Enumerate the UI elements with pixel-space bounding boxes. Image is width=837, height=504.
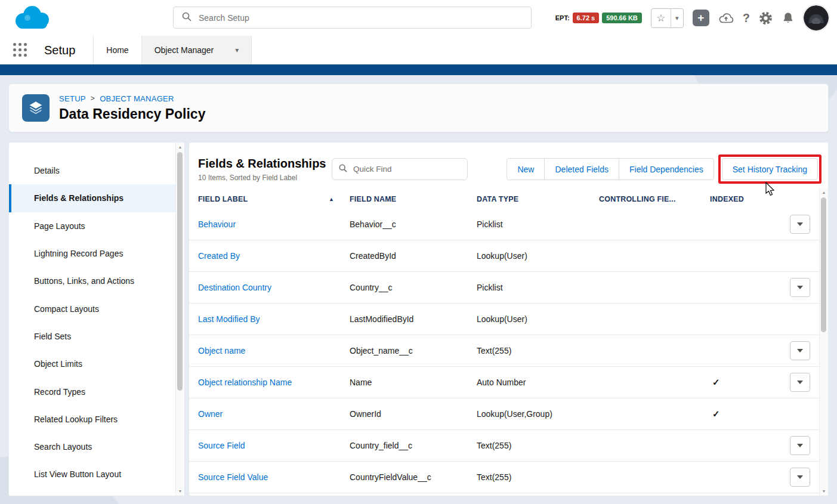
sidebar-item-label: Lightning Record Pages: [34, 249, 123, 258]
fields-table-body: Behaviour Behavior__c Picklist ✓: [189, 209, 828, 493]
column-header[interactable]: INDEXED ▲: [710, 195, 787, 203]
table-row: Behaviour Behavior__c Picklist ✓: [189, 209, 828, 240]
row-actions-menu-button[interactable]: [790, 278, 810, 297]
sidebar-item[interactable]: List View Button Layout: [9, 460, 184, 488]
column-header[interactable]: CONTROLLING FIE... ▲: [599, 195, 710, 203]
table-row: Source Field Value CountryFieldValue__c …: [189, 462, 828, 493]
caret-down-icon: [797, 286, 803, 289]
field-label-link[interactable]: Source Field Value: [198, 472, 268, 482]
action-button[interactable]: Deleted Fields: [544, 158, 619, 180]
main-scrollbar[interactable]: ▲ ▼: [819, 188, 828, 496]
column-header[interactable]: FIELD NAME ▲: [350, 195, 477, 203]
field-label-link[interactable]: Destination Country: [198, 283, 271, 292]
cloud-upload-icon[interactable]: [718, 11, 734, 24]
data-type-cell: Text(255): [477, 441, 599, 450]
scrollbar-thumb[interactable]: [177, 152, 183, 391]
nav-tab-label: Object Manager: [155, 45, 214, 55]
bell-icon[interactable]: [782, 11, 795, 24]
performance-indicator: EPT: 6.72 s 590.66 KB: [555, 13, 642, 23]
field-label-link[interactable]: Behaviour: [198, 219, 236, 229]
sidebar-item[interactable]: Object Limits: [9, 350, 184, 378]
sidebar-item[interactable]: Related Lookup Filters: [9, 406, 184, 433]
plus-icon[interactable]: +: [693, 10, 709, 26]
user-avatar[interactable]: [804, 5, 829, 30]
caret-down-icon: [797, 222, 803, 226]
field-name-cell: Country_field__c: [350, 441, 477, 450]
row-actions-menu-button[interactable]: [790, 468, 810, 487]
sidebar-item[interactable]: Field Sets: [9, 323, 184, 350]
sidebar-nav-list: Details Fields & Relationships Page Layo…: [9, 157, 184, 488]
sidebar-item[interactable]: Search Layouts: [9, 433, 184, 460]
sidebar-item[interactable]: Compact Layouts: [9, 295, 184, 322]
scrollbar-thumb[interactable]: [821, 197, 826, 332]
list-title: Fields & Relationships: [198, 157, 332, 171]
star-icon[interactable]: ☆: [651, 9, 671, 27]
setup-search-input[interactable]: [197, 13, 531, 23]
sidebar-item[interactable]: Page Layouts: [9, 212, 184, 240]
gear-icon[interactable]: [759, 11, 773, 25]
annotation-highlight-box: Deleted Fields: [544, 158, 619, 180]
quick-find-box: [332, 158, 468, 180]
column-label: FIELD NAME: [350, 195, 396, 203]
row-actions-menu-button[interactable]: [790, 373, 810, 392]
row-actions-menu-button[interactable]: [790, 436, 810, 455]
help-icon[interactable]: ?: [743, 11, 750, 25]
field-name-cell: OwnerId: [350, 409, 477, 419]
chevron-down-icon[interactable]: ▾: [235, 46, 239, 54]
favorites-caret-down-icon[interactable]: ▾: [671, 9, 683, 27]
scroll-up-arrow-icon[interactable]: ▲: [822, 190, 826, 195]
field-label-link[interactable]: Owner: [198, 409, 223, 419]
global-header: EPT: 6.72 s 590.66 KB ☆ ▾ + ?: [0, 0, 837, 36]
row-actions-menu-button[interactable]: [790, 215, 810, 234]
nav-tab[interactable]: Home ▾: [94, 36, 141, 64]
sidebar-item[interactable]: Details: [9, 157, 184, 184]
field-name-cell: CountryFieldValue__c: [350, 472, 477, 482]
fields-relationships-panel: Fields & Relationships 10 Items, Sorted …: [189, 142, 829, 496]
annotation-highlight-box: Field Dependencies: [619, 158, 714, 180]
data-type-cell: Picklist: [477, 283, 599, 292]
table-row: Created By CreatedById Lookup(User) ✓: [189, 240, 828, 272]
sidebar-scrollbar[interactable]: ▲ ▼: [175, 143, 184, 496]
field-label-link[interactable]: Last Modified By: [198, 314, 260, 324]
sidebar-item[interactable]: Lightning Record Pages: [9, 240, 184, 267]
sidebar-item-label: List View Button Layout: [34, 469, 121, 479]
scroll-up-arrow-icon[interactable]: ▲: [178, 144, 183, 150]
action-button[interactable]: New: [506, 158, 545, 180]
quick-find-input[interactable]: [352, 164, 467, 174]
field-label-link[interactable]: Object relationship Name: [198, 378, 292, 387]
sidebar-item-label: Object Limits: [34, 359, 82, 369]
action-button[interactable]: Set History Tracking: [722, 158, 818, 180]
app-launcher-waffle-icon[interactable]: [13, 43, 27, 57]
column-label: FIELD LABEL: [198, 195, 248, 203]
field-label-link[interactable]: Object name: [198, 346, 245, 355]
action-button[interactable]: Field Dependencies: [619, 158, 714, 180]
indexed-check-icon: ✓: [710, 377, 720, 387]
header-accent-band: [0, 64, 837, 75]
sidebar-item[interactable]: Record Types: [9, 378, 184, 405]
nav-tabs: Home ▾ Object Manager ▾: [93, 36, 252, 64]
list-titles: Fields & Relationships 10 Items, Sorted …: [198, 157, 332, 182]
column-header[interactable]: FIELD LABEL ▲: [198, 195, 350, 203]
breadcrumb-setup-link[interactable]: SETUP: [59, 94, 86, 103]
scroll-down-arrow-icon[interactable]: ▼: [178, 488, 183, 494]
data-type-cell: Lookup(User): [477, 251, 599, 261]
column-header[interactable]: DATA TYPE ▲: [477, 195, 599, 203]
breadcrumb-separator: >: [91, 94, 95, 103]
salesforce-logo: [10, 4, 54, 36]
sidebar-item[interactable]: Fields & Relationships: [9, 184, 184, 212]
sidebar-item[interactable]: Buttons, Links, and Actions: [9, 267, 184, 295]
breadcrumb-object-manager-link[interactable]: OBJECT MANAGER: [100, 94, 174, 103]
scroll-down-arrow-icon[interactable]: ▼: [822, 488, 826, 494]
nav-tab[interactable]: Object Manager ▾: [142, 36, 252, 64]
list-header: Fields & Relationships 10 Items, Sorted …: [189, 143, 828, 190]
page-header-card: SETUP > OBJECT MANAGER Data Residency Po…: [8, 84, 829, 132]
object-nav-sidebar: Details Fields & Relationships Page Layo…: [8, 142, 185, 496]
data-type-cell: Picklist: [477, 219, 599, 229]
sidebar-item-label: Compact Layouts: [34, 304, 99, 314]
caret-down-icon: [797, 444, 803, 447]
field-label-link[interactable]: Source Field: [198, 441, 245, 450]
field-name-cell: Country__c: [350, 283, 477, 292]
row-actions-menu-button[interactable]: [790, 341, 810, 360]
field-label-link[interactable]: Created By: [198, 251, 240, 261]
nav-tab-label: Home: [106, 45, 128, 55]
